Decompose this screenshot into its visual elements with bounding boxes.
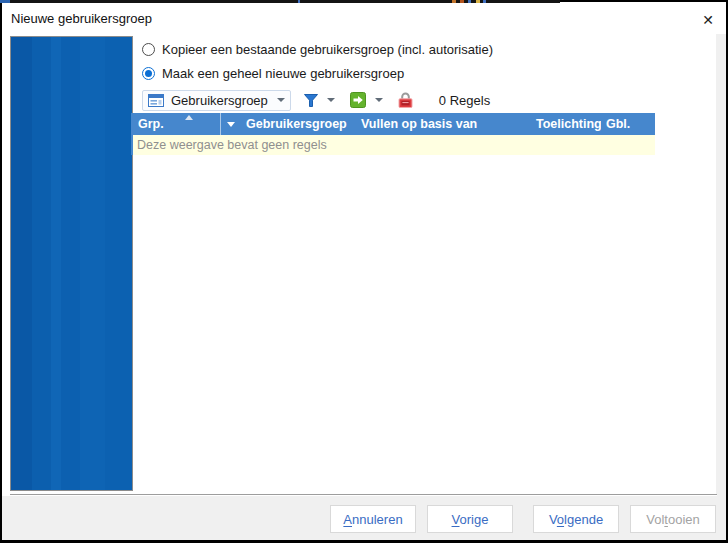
filter-dropdown-icon bbox=[227, 122, 235, 127]
wizard-banner bbox=[10, 36, 133, 491]
background-chip bbox=[452, 0, 456, 3]
column-label: Gbl. bbox=[606, 117, 630, 131]
gebruikersgroep-menu-button[interactable]: Gebruikersgroep bbox=[142, 90, 291, 111]
background-chip bbox=[483, 0, 486, 3]
background-chip bbox=[476, 0, 480, 3]
background-window-sliver bbox=[0, 0, 728, 3]
button-label-part: ooien bbox=[668, 512, 700, 527]
footer: Annuleren Vorige Volgende Voltooien bbox=[2, 496, 726, 541]
vorige-button[interactable]: Vorige bbox=[427, 505, 513, 533]
radio-copy-existing-group[interactable]: Kopieer een bestaande gebruikersgroep (i… bbox=[142, 41, 493, 57]
background-chip bbox=[0, 0, 10, 3]
empty-row: Deze weergave bevat geen regels bbox=[131, 135, 655, 155]
lock-button[interactable] bbox=[394, 89, 417, 111]
radio-new-group[interactable]: Maak een geheel nieuwe gebruikersgroep bbox=[142, 65, 404, 81]
button-label-part: V bbox=[549, 512, 557, 527]
voltooien-button[interactable]: Voltooien bbox=[630, 505, 716, 533]
column-label: Grp. bbox=[138, 117, 164, 131]
chevron-down-icon bbox=[375, 98, 383, 102]
column-label: Gebruikersgroep bbox=[246, 117, 347, 131]
radio-unselected-icon[interactable] bbox=[142, 43, 155, 56]
button-label-part: lgende bbox=[564, 512, 603, 527]
dialog-title: Nieuwe gebruikersgroep bbox=[11, 11, 152, 26]
column-header-gebruikersgroep[interactable]: Gebruikersgroep bbox=[241, 113, 356, 135]
radio-new-group-label: Maak een geheel nieuwe gebruikersgroep bbox=[162, 66, 404, 81]
column-header-toelichting[interactable]: Toelichting bbox=[531, 113, 601, 135]
chevron-down-icon bbox=[327, 98, 335, 102]
form-icon bbox=[148, 94, 164, 107]
close-icon[interactable]: ✕ bbox=[696, 9, 720, 31]
results-table: Grp. Gebruikersgroep Vullen op basis van… bbox=[131, 113, 655, 155]
column-header-gbl[interactable]: Gbl. bbox=[601, 113, 653, 135]
red-lock-icon bbox=[398, 92, 413, 108]
column-label: Vullen op basis van bbox=[361, 117, 477, 131]
column-header-vullen-op-basis-van[interactable]: Vullen op basis van bbox=[356, 113, 531, 135]
gebruikersgroep-menu-label: Gebruikersgroep bbox=[171, 93, 268, 108]
table-header: Grp. Gebruikersgroep Vullen op basis van… bbox=[131, 113, 655, 135]
sort-ascending-icon bbox=[185, 115, 193, 120]
green-arrow-icon bbox=[350, 92, 366, 108]
rows-count-label: 0 Regels bbox=[439, 93, 490, 108]
button-mnemonic: V bbox=[452, 512, 460, 527]
empty-message: Deze weergave bevat geen regels bbox=[137, 138, 327, 152]
right-margin bbox=[716, 34, 726, 496]
filter-funnel-icon bbox=[304, 94, 318, 107]
background-chip bbox=[468, 0, 471, 3]
title-bar: Nieuwe gebruikersgroep ✕ bbox=[2, 3, 726, 34]
background-chip bbox=[298, 0, 300, 3]
annuleren-button[interactable]: Annuleren bbox=[330, 505, 416, 533]
button-mnemonic: A bbox=[343, 512, 352, 527]
column-filter-dropdown[interactable] bbox=[221, 113, 241, 135]
button-label-part: nnuleren bbox=[352, 512, 403, 527]
export-button[interactable] bbox=[346, 89, 387, 111]
chevron-down-icon bbox=[277, 98, 285, 102]
radio-copy-existing-label: Kopieer een bestaande gebruikersgroep (i… bbox=[162, 42, 493, 57]
column-header-grp[interactable]: Grp. bbox=[133, 113, 221, 135]
button-label-part: Vol bbox=[646, 512, 664, 527]
radio-selected-icon[interactable] bbox=[142, 67, 155, 80]
toolbar: Gebruikersgroep bbox=[142, 87, 490, 113]
new-user-group-dialog: Nieuwe gebruikersgroep ✕ Kopieer een bes… bbox=[0, 0, 728, 543]
filter-button[interactable] bbox=[300, 91, 339, 110]
column-label: Toelichting bbox=[536, 117, 601, 131]
button-label-part: orige bbox=[460, 512, 489, 527]
volgende-button[interactable]: Volgende bbox=[533, 505, 619, 533]
button-mnemonic: o bbox=[557, 512, 564, 527]
background-chip bbox=[460, 0, 464, 3]
